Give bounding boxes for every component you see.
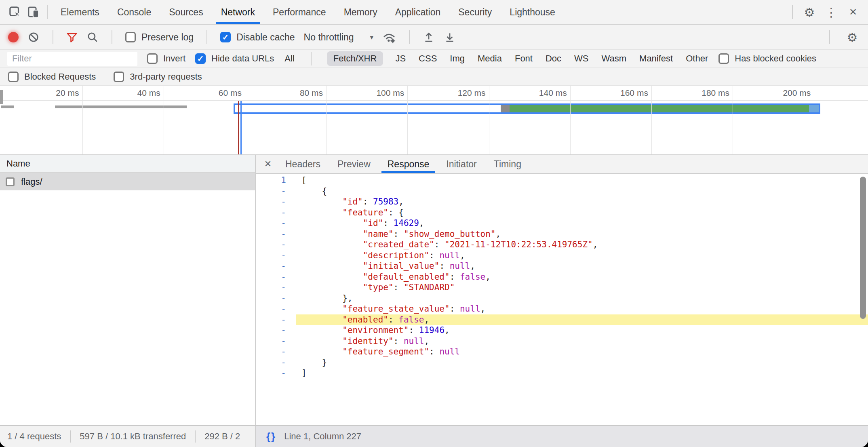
tab-lighthouse[interactable]: Lighthouse <box>501 0 564 24</box>
filter-type-img[interactable]: Img <box>449 51 466 66</box>
detail-tab-headers[interactable]: Headers <box>277 155 329 173</box>
fold-marker[interactable]: - <box>256 325 296 336</box>
filter-type-font[interactable]: Font <box>514 51 533 66</box>
code-text: "enabled": false, <box>296 314 868 325</box>
close-devtools-icon[interactable]: ✕ <box>844 3 862 21</box>
search-icon[interactable] <box>86 31 99 43</box>
fold-marker[interactable]: - <box>256 336 296 347</box>
network-settings-gear-icon[interactable]: ⚙ <box>843 28 862 46</box>
filter-type-wasm[interactable]: Wasm <box>601 51 628 66</box>
fold-marker[interactable]: - <box>256 272 296 283</box>
settings-gear-icon[interactable]: ⚙ <box>800 3 819 21</box>
line-number: 1 <box>256 175 296 186</box>
more-options-icon[interactable]: ⋮ <box>822 3 841 21</box>
timeline-tick-label: 100 ms <box>343 88 404 98</box>
detail-tab-response[interactable]: Response <box>379 155 438 173</box>
detail-pane: ✕ HeadersPreviewResponseInitiatorTiming … <box>256 155 868 425</box>
tab-sources[interactable]: Sources <box>160 0 212 24</box>
device-toolbar-icon[interactable] <box>24 3 43 21</box>
main-tabs: ElementsConsoleSourcesNetworkPerformance… <box>52 0 564 24</box>
detail-tab-timing[interactable]: Timing <box>485 155 530 173</box>
fold-marker[interactable]: - <box>256 282 296 293</box>
code-text: ] <box>296 368 868 379</box>
filter-type-media[interactable]: Media <box>477 51 503 66</box>
tab-console[interactable]: Console <box>108 0 160 24</box>
timeline-gridline <box>733 86 733 154</box>
tab-elements[interactable]: Elements <box>52 0 108 24</box>
fold-marker[interactable]: - <box>256 261 296 272</box>
hide-data-urls-control[interactable]: Hide data URLs <box>195 53 274 64</box>
hide-data-urls-checkbox[interactable] <box>195 53 206 64</box>
preserve-log-checkbox[interactable] <box>125 32 136 42</box>
detail-tab-preview[interactable]: Preview <box>329 155 379 173</box>
filter-input[interactable] <box>7 52 137 66</box>
tab-security[interactable]: Security <box>449 0 501 24</box>
fold-marker[interactable]: - <box>256 304 296 314</box>
fold-marker[interactable]: - <box>256 186 296 197</box>
invert-control[interactable]: Invert <box>147 53 185 64</box>
third-party-requests-checkbox[interactable] <box>114 72 124 82</box>
detail-tab-initiator[interactable]: Initiator <box>438 155 485 173</box>
fold-marker[interactable]: - <box>256 207 296 218</box>
filter-type-css[interactable]: CSS <box>418 51 438 66</box>
tab-performance[interactable]: Performance <box>264 0 335 24</box>
vertical-scrollbar[interactable] <box>860 177 866 319</box>
filter-type-all[interactable]: All <box>284 51 295 66</box>
code-line: - "type": "STANDARD" <box>256 282 868 293</box>
import-har-icon[interactable] <box>423 31 435 43</box>
fold-marker[interactable]: - <box>256 357 296 368</box>
fold-marker[interactable]: - <box>256 239 296 250</box>
has-blocked-cookies-control[interactable]: Has blocked cookies <box>718 53 816 64</box>
filter-funnel-icon[interactable] <box>66 32 78 43</box>
fold-marker[interactable]: - <box>256 196 296 207</box>
invert-checkbox[interactable] <box>147 53 158 64</box>
inspect-element-icon[interactable] <box>6 3 24 21</box>
waterfall-segment-stalled <box>501 105 510 112</box>
blocked-requests-checkbox[interactable] <box>8 72 19 82</box>
export-har-icon[interactable] <box>444 31 456 43</box>
fold-marker[interactable]: - <box>256 346 296 357</box>
filter-type-doc[interactable]: Doc <box>545 51 562 66</box>
code-text: "id": 75983, <box>296 196 868 207</box>
code-text: "description": null, <box>296 250 868 261</box>
tab-network[interactable]: Network <box>212 0 264 24</box>
timeline-overview[interactable]: 20 ms40 ms60 ms80 ms100 ms120 ms140 ms16… <box>0 86 868 155</box>
waterfall-segment-waiting <box>235 105 501 112</box>
network-summary: 1 / 4 requests597 B / 10.1 kB transferre… <box>0 426 256 447</box>
disable-cache-checkbox[interactable] <box>220 32 231 42</box>
fold-marker[interactable]: - <box>256 229 296 240</box>
disable-cache-control[interactable]: Disable cache <box>220 32 295 43</box>
timeline-tick-label: 200 ms <box>750 88 811 98</box>
filter-type-other[interactable]: Other <box>685 51 709 66</box>
name-column-header[interactable]: Name <box>0 155 255 173</box>
filter-type-manifest[interactable]: Manifest <box>638 51 674 66</box>
filter-type-fetchxhr[interactable]: Fetch/XHR <box>327 51 383 66</box>
code-text: "type": "STANDARD" <box>296 282 868 293</box>
has-blocked-cookies-checkbox[interactable] <box>718 53 729 64</box>
blocked-requests-control[interactable]: Blocked Requests <box>8 72 96 82</box>
fold-marker[interactable]: - <box>256 218 296 229</box>
tab-application[interactable]: Application <box>386 0 450 24</box>
divider <box>112 30 112 44</box>
throttling-dropdown[interactable]: No throttling ▾ <box>304 32 374 43</box>
code-line: - "id": 14629, <box>256 218 868 229</box>
filter-type-ws[interactable]: WS <box>573 51 589 66</box>
fold-marker[interactable]: - <box>256 293 296 304</box>
request-row-flags[interactable]: flags/ <box>0 173 255 190</box>
divider <box>206 30 207 44</box>
close-detail-icon[interactable]: ✕ <box>259 155 277 173</box>
preserve-log-control[interactable]: Preserve log <box>125 32 194 43</box>
fold-marker[interactable]: - <box>256 368 296 379</box>
record-network-log-button[interactable] <box>8 32 19 42</box>
tab-memory[interactable]: Memory <box>335 0 386 24</box>
fold-marker[interactable]: - <box>256 250 296 261</box>
clear-network-log-icon[interactable] <box>27 31 40 43</box>
filter-type-js[interactable]: JS <box>394 51 407 66</box>
third-party-requests-control[interactable]: 3rd-party requests <box>114 72 202 82</box>
fold-marker[interactable]: - <box>256 314 296 325</box>
timeline-gridline <box>814 86 814 154</box>
code-line: - { <box>256 186 868 197</box>
timeline-tick-label: 20 ms <box>19 88 79 98</box>
network-conditions-icon[interactable] <box>382 30 396 44</box>
request-row-checkbox[interactable] <box>6 177 15 186</box>
